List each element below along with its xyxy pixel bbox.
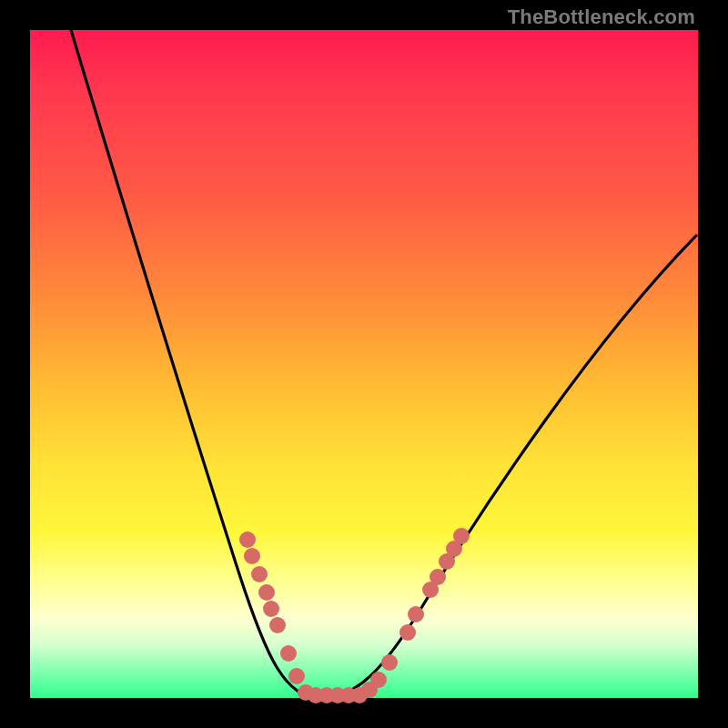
curve-marker: [263, 601, 279, 617]
curve-marker: [381, 654, 398, 671]
curve-marker: [408, 606, 424, 622]
bottleneck-curve-svg: [30, 30, 698, 698]
curve-marker: [430, 569, 446, 585]
curve-marker: [258, 584, 275, 601]
curve-marker: [251, 566, 268, 582]
curve-marker: [288, 668, 305, 684]
app-frame: TheBottleneck.com: [0, 0, 728, 728]
curve-marker: [280, 645, 297, 662]
curve-marker: [399, 624, 416, 641]
curve-marker: [269, 617, 286, 633]
curve-marker: [239, 531, 256, 548]
curve-marker: [370, 672, 387, 688]
curve-marker: [244, 548, 260, 564]
bottleneck-curve-path: [71, 30, 697, 698]
curve-marker: [453, 528, 470, 544]
attribution-text: TheBottleneck.com: [508, 5, 695, 29]
marker-group: [239, 528, 470, 703]
